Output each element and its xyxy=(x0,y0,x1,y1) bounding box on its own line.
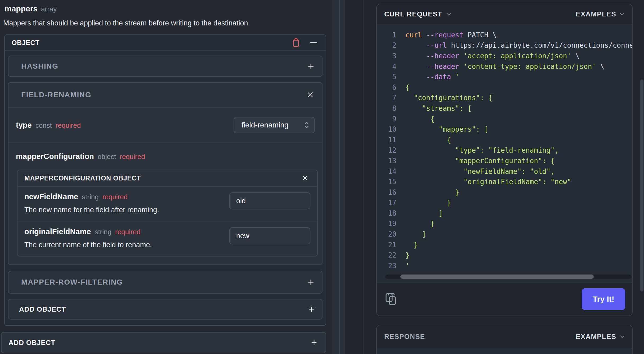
response-examples-dropdown[interactable]: EXAMPLES xyxy=(576,333,625,341)
try-it-button[interactable]: Try It! xyxy=(582,288,625,310)
add-object-inner-label: ADD OBJECT xyxy=(19,305,66,313)
code-line: 9 { xyxy=(377,114,632,124)
add-object-outer-button[interactable]: ADD OBJECT xyxy=(1,332,326,353)
right-panel-gutter xyxy=(340,0,345,354)
code-text: curl --request PATCH \ xyxy=(396,31,497,39)
section-hashing[interactable]: HASHING xyxy=(8,56,323,77)
code-text: "newFieldName": "old", xyxy=(396,167,555,175)
code-line: 17 } xyxy=(377,198,632,208)
line-number: 20 xyxy=(377,230,396,238)
object-card-title: OBJECT xyxy=(12,39,39,47)
close-icon xyxy=(302,175,308,181)
type-field-meta: const xyxy=(35,121,52,130)
response-panel: RESPONSE EXAMPLES xyxy=(376,325,633,354)
property-description: Mappers that should be applied to the st… xyxy=(3,19,250,27)
mapper-configuration-label-row: mapperConfiguration object required xyxy=(8,143,322,170)
type-select[interactable]: field-renaming xyxy=(234,117,315,133)
code-text: "mapperConfiguration": { xyxy=(396,157,555,165)
expand-hashing-button[interactable] xyxy=(306,61,316,72)
add-object-inner-button[interactable]: ADD OBJECT xyxy=(8,299,323,320)
add-object-outer-plus[interactable] xyxy=(309,337,319,348)
code-text: --header 'accept: application/json' \ xyxy=(396,52,579,60)
collapse-object-button[interactable] xyxy=(308,37,319,48)
code-line: 20 ] xyxy=(377,229,632,240)
object-card: OBJECT HASHING xyxy=(4,34,326,326)
delete-object-button[interactable] xyxy=(291,37,301,48)
background-divider xyxy=(363,0,364,354)
code-text: "streams": [ xyxy=(396,104,472,112)
mapper-configuration-required: required xyxy=(120,153,145,161)
page-scrollbar-thumb[interactable] xyxy=(640,79,643,291)
mapper-row-filtering-label: MAPPER-ROW-FILTERING xyxy=(21,278,123,286)
code-horizontal-scrollbar[interactable] xyxy=(385,275,632,279)
close-icon xyxy=(307,91,314,98)
section-mapper-row-filtering[interactable]: MAPPER-ROW-FILTERING xyxy=(8,271,323,294)
code-text: "mappers": [ xyxy=(396,125,488,133)
code-text: --header 'content-type: application/json… xyxy=(396,63,604,70)
new-field-name-row: newFieldName string required The new nam… xyxy=(17,187,317,222)
line-number: 17 xyxy=(377,199,396,207)
curl-request-dropdown[interactable]: CURL REQUEST xyxy=(384,10,451,18)
original-field-name-input[interactable] xyxy=(229,227,310,244)
section-hashing-label: HASHING xyxy=(21,62,58,70)
mapper-configuration-card-title: MAPPERCONFIGURATION OBJECT xyxy=(24,174,141,182)
new-field-name-required: required xyxy=(102,193,128,201)
mapper-configuration-meta: object xyxy=(98,153,116,161)
expand-mapper-row-filtering-button[interactable] xyxy=(306,277,316,287)
code-line: 16 } xyxy=(377,187,632,198)
curl-request-title: CURL REQUEST xyxy=(384,10,442,18)
line-number: 15 xyxy=(377,178,396,186)
code-lines: 1curl --request PATCH \2 --url https://a… xyxy=(377,30,632,271)
line-number: 7 xyxy=(377,94,396,102)
code-line: 4 --header 'content-type: application/js… xyxy=(377,61,632,72)
type-field-row: type const required field-renaming xyxy=(8,108,322,143)
chevron-down-icon xyxy=(620,12,625,16)
curl-request-footer: Try It! xyxy=(377,282,632,316)
code-text: } xyxy=(396,199,451,207)
code-horizontal-scrollbar-thumb[interactable] xyxy=(400,275,594,279)
line-number: 21 xyxy=(377,241,396,249)
line-number: 5 xyxy=(377,73,396,81)
new-field-name-description: The new name for the field after renamin… xyxy=(24,206,159,214)
code-line: 3 --header 'accept: application/json' \ xyxy=(377,51,632,61)
code-text: { xyxy=(396,83,410,91)
code-text: } xyxy=(396,251,410,259)
code-line: 5 --data ' xyxy=(377,72,632,82)
line-number: 9 xyxy=(377,115,396,123)
close-field-renaming-button[interactable] xyxy=(305,90,316,100)
code-text: "configurations": { xyxy=(396,94,493,102)
line-number: 18 xyxy=(377,209,396,217)
object-card-header: OBJECT xyxy=(5,35,326,51)
response-header: RESPONSE EXAMPLES xyxy=(377,325,632,348)
curl-code-block: 1curl --request PATCH \2 --url https://a… xyxy=(377,24,632,282)
code-text: --data ' xyxy=(396,73,459,81)
left-panel-scrollbar[interactable] xyxy=(332,0,339,354)
new-field-name-input[interactable] xyxy=(229,192,310,209)
code-line: 8 "streams": [ xyxy=(377,103,632,114)
api-docs-page: mappers array Mappers that should be app… xyxy=(0,0,644,354)
code-line: 10 "mappers": [ xyxy=(377,124,632,135)
mapper-configuration-card-header: MAPPERCONFIGURATION OBJECT xyxy=(17,170,317,187)
code-text: { xyxy=(396,136,451,144)
code-text: "originalFieldName": "new" xyxy=(396,178,571,186)
plus-icon xyxy=(307,278,315,286)
add-object-inner-plus[interactable] xyxy=(306,304,317,315)
line-number: 1 xyxy=(377,31,396,39)
mapper-configuration-card: MAPPERCONFIGURATION OBJECT xyxy=(17,170,318,256)
original-field-name-label: originalFieldName xyxy=(24,227,91,236)
close-mapper-configuration-button[interactable] xyxy=(300,173,310,183)
code-text: "type": "field-renaming", xyxy=(396,146,559,154)
line-number: 4 xyxy=(377,63,396,70)
copy-code-button[interactable] xyxy=(384,291,398,307)
code-line: 15 "originalFieldName": "new" xyxy=(377,176,632,187)
original-field-name-meta: string xyxy=(95,228,111,236)
code-text: { xyxy=(396,115,435,123)
request-examples-dropdown[interactable]: EXAMPLES xyxy=(576,10,625,18)
code-line: 7 "configurations": { xyxy=(377,93,632,103)
original-field-name-description: The current name of the field to rename. xyxy=(24,241,152,249)
field-renaming-header: FIELD-RENAMING xyxy=(8,83,322,108)
code-line: 12 "type": "field-renaming", xyxy=(377,145,632,156)
curl-request-header: CURL REQUEST EXAMPLES xyxy=(377,4,632,24)
original-field-name-required: required xyxy=(115,228,140,236)
line-number: 13 xyxy=(377,157,396,165)
